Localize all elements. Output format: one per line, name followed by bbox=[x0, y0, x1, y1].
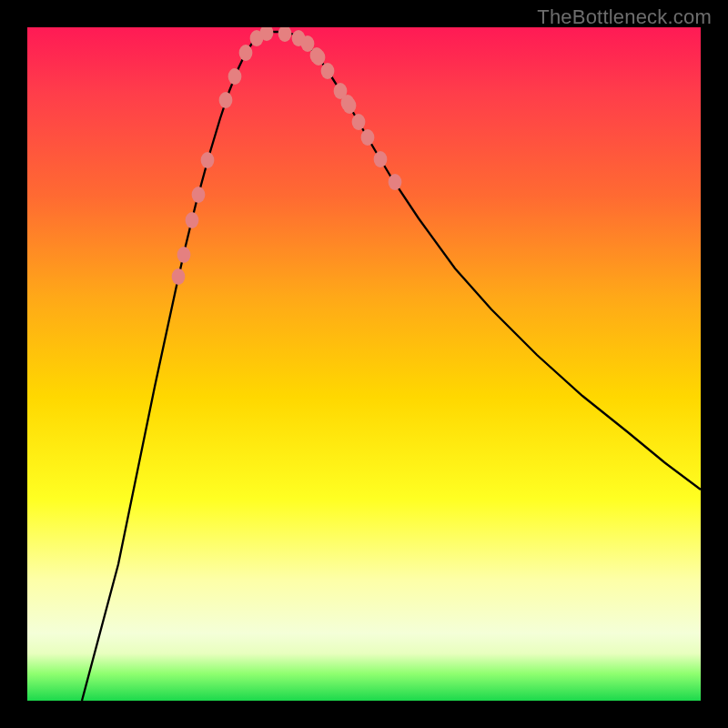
bead-icon bbox=[361, 129, 375, 146]
bead-icon bbox=[186, 212, 199, 228]
bottleneck-curve bbox=[82, 32, 701, 701]
bead-icon bbox=[239, 45, 253, 61]
bead-icon bbox=[321, 63, 335, 79]
watermark-text: TheBottleneck.com bbox=[537, 5, 712, 29]
bead-icon bbox=[343, 97, 357, 114]
bead-icon bbox=[278, 27, 292, 42]
bead-icon bbox=[312, 49, 326, 66]
bead-icon bbox=[228, 68, 242, 85]
right-bead-group bbox=[278, 27, 402, 190]
bead-icon bbox=[177, 247, 191, 263]
bead-icon bbox=[172, 268, 186, 285]
bead-icon bbox=[352, 114, 366, 130]
outer-frame: TheBottleneck.com bbox=[0, 0, 728, 728]
bead-icon bbox=[374, 151, 388, 167]
bead-icon bbox=[219, 92, 233, 108]
left-bead-group bbox=[172, 27, 274, 285]
bead-icon bbox=[192, 187, 206, 203]
chart-svg bbox=[27, 27, 701, 701]
plot-area bbox=[27, 27, 701, 701]
bead-icon bbox=[201, 152, 215, 168]
bead-icon bbox=[389, 174, 402, 190]
